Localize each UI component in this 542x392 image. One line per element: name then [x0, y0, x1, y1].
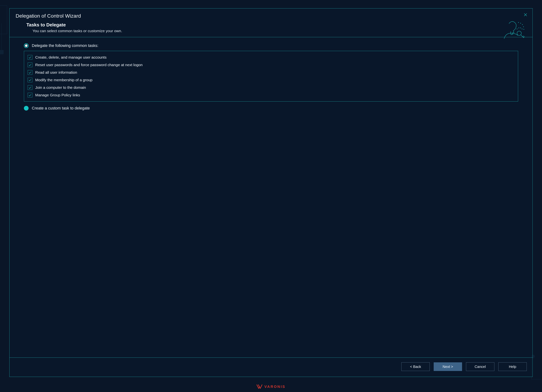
- svg-point-8: [517, 29, 517, 29]
- task-row[interactable]: Reset user passwords and force password …: [28, 61, 514, 69]
- option-common-tasks[interactable]: Delegate the following common tasks:: [24, 43, 518, 48]
- close-icon[interactable]: [524, 13, 527, 17]
- svg-point-6: [523, 27, 524, 27]
- task-label: Manage Group Policy links: [35, 93, 80, 97]
- checkbox-checked-icon[interactable]: [28, 55, 32, 60]
- checkbox-checked-icon[interactable]: [28, 93, 32, 98]
- wizard-header: Delegation of Control Wizard Tasks to De…: [10, 8, 532, 37]
- svg-point-3: [518, 22, 519, 23]
- radio-selected-icon[interactable]: [24, 43, 29, 48]
- step-subtitle: You can select common tasks or customize…: [27, 29, 496, 33]
- next-button[interactable]: Next >: [434, 362, 462, 371]
- checkbox-checked-icon[interactable]: [28, 70, 32, 75]
- back-button[interactable]: < Back: [401, 362, 430, 371]
- option-custom-label: Create a custom task to delegate: [32, 106, 90, 110]
- varonis-mark-icon: [256, 384, 263, 389]
- task-label: Read all user information: [35, 70, 77, 75]
- task-row[interactable]: Join a computer to the domain: [28, 84, 514, 91]
- help-button[interactable]: Help: [498, 362, 527, 371]
- task-label: Create, delete, and manage user accounts: [35, 55, 107, 60]
- task-label: Join a computer to the domain: [35, 85, 86, 90]
- checkbox-checked-icon[interactable]: [28, 85, 32, 90]
- cancel-button[interactable]: Cancel: [466, 362, 494, 371]
- svg-point-10: [520, 27, 521, 28]
- svg-point-4: [520, 23, 521, 24]
- brand-text: VARONIS: [265, 385, 286, 389]
- radio-unselected-icon[interactable]: [24, 106, 29, 110]
- svg-point-11: [522, 29, 522, 29]
- task-row[interactable]: Modify the membership of a group: [28, 76, 514, 84]
- step-header: Tasks to Delegate You can select common …: [16, 22, 526, 33]
- wizard-footer: < Back Next > Cancel Help: [10, 358, 532, 377]
- option-custom-task[interactable]: Create a custom task to delegate: [24, 106, 518, 110]
- task-row[interactable]: Create, delete, and manage user accounts: [28, 54, 514, 61]
- svg-point-5: [522, 24, 523, 25]
- svg-point-7: [524, 29, 524, 30]
- wizard-dialog: Delegation of Control Wizard Tasks to De…: [9, 8, 533, 377]
- brand-logo: VARONIS: [0, 384, 542, 389]
- task-row[interactable]: Read all user information: [28, 69, 514, 76]
- common-tasks-list: Create, delete, and manage user accounts…: [24, 51, 518, 102]
- step-title: Tasks to Delegate: [27, 22, 496, 28]
- wizard-title: Delegation of Control Wizard: [16, 13, 526, 19]
- task-label: Modify the membership of a group: [35, 78, 92, 82]
- user-key-icon: [499, 19, 526, 43]
- option-common-label: Delegate the following common tasks:: [32, 43, 98, 48]
- task-label: Reset user passwords and force password …: [35, 63, 143, 67]
- checkbox-checked-icon[interactable]: [28, 78, 32, 82]
- task-row[interactable]: Manage Group Policy links: [28, 91, 514, 99]
- svg-point-9: [519, 27, 519, 28]
- checkbox-checked-icon[interactable]: [28, 63, 32, 67]
- wizard-body: Delegate the following common tasks: Cre…: [10, 37, 532, 358]
